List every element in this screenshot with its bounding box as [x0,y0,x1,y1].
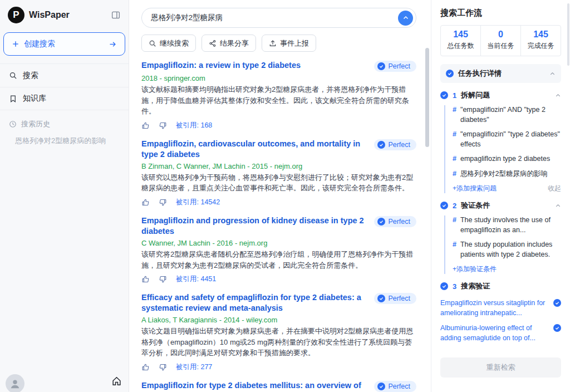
search-question-text: "empagliflozin" "type 2 diabetes" effect… [460,130,561,149]
result-title-link[interactable]: Empagliflozin: a review in type 2 diabet… [141,60,366,71]
share-results-button[interactable]: 结果分享 [202,35,256,52]
stat-value: 145 [522,30,559,40]
search-question[interactable]: #恩格列净对2型糖尿病的影响 [453,169,561,179]
share-results-label: 结果分享 [220,38,249,48]
workflow-step-search-verify: 3 搜索验证 Empagliflozin versus sitagliptin … [440,281,561,344]
action-buttons-row: 继续搜索 结果分享 事件上报 [141,35,416,52]
wispaper-logo: P [8,7,24,23]
verified-paper: Albuminuria-lowering effect of adding se… [440,323,561,343]
search-result: Empagliflozin: a review in type 2 diabet… [141,60,416,130]
chevron-up-icon[interactable] [549,71,556,77]
check-circle-icon [377,141,385,149]
submit-search-button[interactable] [398,11,413,26]
step-title: 拆解问题 [461,90,490,100]
step-number: 1 [453,91,456,100]
check-circle-icon [440,202,448,209]
result-meta: C Wanner, JM Lachin - 2016 - nejm.org [141,239,416,247]
results-panel: 恩格列净对2型糖尿病 继续搜索 结果分享 [129,0,431,392]
search-question-text: empagliflozin type 2 diabetes [460,154,550,164]
search-question[interactable]: #"empagliflozin" AND "type 2 diabetes" [453,105,561,125]
sidebar-item-label: 搜索 [23,71,38,81]
check-circle-icon [377,62,385,70]
retry-search-button[interactable]: 重新检索 [440,357,561,378]
report-event-button[interactable]: 事件上报 [262,35,316,52]
sidebar-item-search[interactable]: 搜索 [0,63,129,87]
search-result: Efficacy and safety of empagliflozin for… [141,292,416,372]
plus-icon [12,40,19,48]
history-item[interactable]: 恩格列净对2型糖尿病的影响 [15,136,120,146]
collapse-sidebar-icon[interactable] [111,10,121,20]
check-circle-icon [377,295,385,302]
verify-condition-text: The study involves the use of empagliflo… [460,215,561,235]
stat-total-tasks: 145 总任务数 [441,26,480,56]
results-scrollbar[interactable] [425,48,429,147]
app-title: WisPaper [29,10,70,20]
result-title-link[interactable]: Efficacy and safety of empagliflozin for… [141,292,366,313]
search-input[interactable]: 恩格列净对2型糖尿病 [141,8,416,28]
check-circle-icon [440,91,448,99]
upload-icon [269,40,277,47]
thumbs-down-icon[interactable] [159,363,167,371]
thumbs-down-icon[interactable] [159,275,167,283]
search-history-header: 搜索历史 [9,119,120,129]
workflow-step-verify-conditions: 2 验证条件 #The study involves the use of em… [440,200,561,274]
check-circle-icon [440,282,448,290]
result-title-link[interactable]: Empagliflozin and progression of kidney … [141,215,366,237]
sidebar: P WisPaper 创建搜索 搜索 [0,0,129,392]
check-circle-icon [446,70,454,77]
clock-icon [9,120,17,128]
result-meta: 2018 - springer.com [141,74,416,82]
workflow-scrollbar[interactable] [567,3,569,66]
bookmark-icon [9,95,17,103]
badge-label: Perfect [388,295,410,302]
relevance-badge: Perfect [374,139,416,150]
app-window: P WisPaper 创建搜索 搜索 [0,0,570,392]
badge-label: Perfect [388,218,410,226]
thumbs-up-icon[interactable] [141,121,150,130]
thumbs-down-icon[interactable] [159,121,167,130]
create-search-button[interactable]: 创建搜索 [3,32,125,56]
task-details-header[interactable]: 任务执行详情 [440,64,561,83]
hash-icon: # [453,105,456,125]
add-search-question-link[interactable]: +添加搜索问题 [453,184,497,193]
thumbs-up-icon[interactable] [141,363,150,371]
relevance-badge: Perfect [374,216,416,227]
relevance-badge: Perfect [374,293,416,304]
sidebar-item-knowledge-base[interactable]: 知识库 [0,87,129,110]
step-number: 2 [453,202,456,210]
search-result: Empagliflozin for type 2 diabetes mellit… [141,380,416,392]
search-question[interactable]: #"empagliflozin" "type 2 diabetes" effec… [453,130,561,149]
arrow-right-icon [109,40,117,48]
result-description: 该论文题目明确指出研究对象为糖尿病患者，并在摘要中说明对2型糖尿病患者使用恩格列… [141,326,416,359]
collapse-link[interactable]: 收起 [548,184,561,193]
result-meta: B Zinman, C Wanner, JM Lachin - 2015 - n… [141,162,416,170]
thumbs-down-icon[interactable] [159,198,167,207]
result-title-link[interactable]: Empagliflozin for type 2 diabetes mellit… [141,380,366,392]
sidebar-footer [0,370,129,392]
stat-label: 完成任务 [522,41,559,51]
verified-paper-link[interactable]: Empagliflozin versus sitagliptin for ame… [440,298,548,318]
search-question[interactable]: #empagliflozin type 2 diabetes [453,154,561,164]
verified-paper-link[interactable]: Albuminuria-lowering effect of adding se… [440,323,548,343]
verify-condition[interactable]: #The study population includes patients … [453,240,561,259]
chevron-up-icon[interactable] [555,203,561,209]
report-event-label: 事件上报 [280,38,309,48]
relevance-badge: Perfect [374,61,416,72]
search-question-text: "empagliflozin" AND "type 2 diabetes" [460,105,561,125]
thumbs-up-icon[interactable] [141,198,150,207]
step-number: 3 [453,282,456,291]
check-circle-icon [553,324,561,332]
citation-count: 被引用: 277 [176,362,212,372]
continue-search-button[interactable]: 继续搜索 [141,35,196,52]
add-verify-condition-link[interactable]: +添加验证条件 [453,264,497,274]
home-icon[interactable] [111,376,122,389]
verify-condition-text: The study population includes patients w… [460,240,561,259]
search-query-text: 恩格列净对2型糖尿病 [151,13,398,23]
result-title-link[interactable]: Empagliflozin, cardiovascular outcomes, … [141,139,366,160]
thumbs-up-icon[interactable] [141,275,150,283]
chevron-up-icon[interactable] [555,92,561,99]
avatar[interactable] [6,374,24,392]
verify-condition[interactable]: #The study involves the use of empaglifl… [453,215,561,235]
hash-icon: # [453,154,456,164]
citation-count: 被引用: 168 [176,121,212,130]
